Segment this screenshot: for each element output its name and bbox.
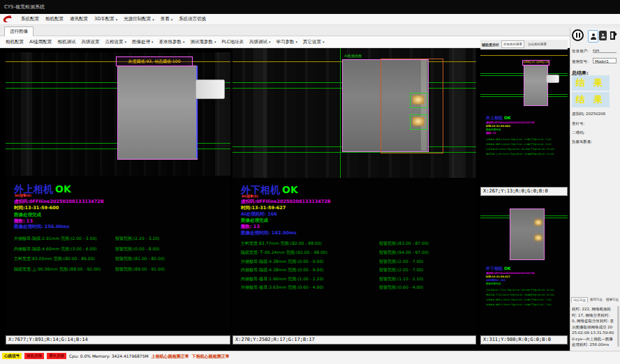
mini-measurement: 外侧极耳-隔膜:2.91mm 范围:(2.00 - 3.50) <box>486 138 530 141</box>
control-panel: 登录用户: cys 使用型号: Model1 总结果: 结 果 结 果 虚拟码:… <box>570 28 620 351</box>
barcode-value: 20250208 <box>586 112 605 116</box>
left-proc-time: 图像处理时间: 256.00ms <box>14 224 70 230</box>
aux-view-top[interactable]: 灰度阈值:93, 动态阈值:100 外上相机OK 虚拟码:0FFIline202… <box>480 50 568 187</box>
pause-icon <box>576 33 577 38</box>
alarm-range: 报警范围:(2.00 - 7.00) <box>379 267 423 273</box>
alarm-range: 报警范围:(81.00 - 85.00) <box>115 256 165 262</box>
user-login-button[interactable] <box>588 30 598 43</box>
machine-column-highlight <box>449 48 466 178</box>
exit-button[interactable] <box>609 30 619 41</box>
mini-time: 时间:13-31-59-627 <box>486 275 510 278</box>
mini-result-title: 外下相机OK <box>486 266 511 272</box>
mini-alarm: 报警范围:(2.00 - 7.00) <box>528 303 552 306</box>
center-camera-image[interactable]: AI检测画面 <box>232 48 476 178</box>
left-barcode: 虚拟码:0FFIline2025020813313472B <box>14 199 104 205</box>
tool-camera-debug[interactable]: 相机调试 <box>57 39 75 45</box>
mini-count: 圈数: 13 <box>486 132 496 135</box>
green-vertical-line <box>340 48 341 178</box>
log-scrollbar[interactable] <box>617 306 619 347</box>
tool-other-settings[interactable]: 其它设置▾ <box>303 39 325 45</box>
tool-advanced-debug[interactable]: 高级调试▾ <box>249 39 271 45</box>
log-tab-tab[interactable]: 极耳日志 <box>589 297 604 303</box>
inspected-part <box>117 66 198 160</box>
yellow-guide-line <box>480 55 568 56</box>
center-camera-panel: AI检测画面 外下相机OK NG报警(0) 虚拟码:0FFIline202502… <box>232 48 476 344</box>
mini-measurement: 内侧极耳-隔膜:4.60mm 范围:(3.00 - 6.00) <box>486 143 530 146</box>
aux-header: 辅助显示区 所有相机观看 当前相机观看 <box>480 40 568 50</box>
tool-baseline-params[interactable]: 基准线参数▾ <box>158 39 184 45</box>
menu-bar: 系统配置 相机配置 通讯配置 3D手配置▾ 光源控制配置▾ 查看▾ 系统语言切换 <box>0 14 620 25</box>
chevron-down-icon: ▾ <box>214 40 216 44</box>
menu-item-comm-config[interactable]: 通讯配置 <box>70 16 88 22</box>
tool-ai-usage-config[interactable]: AI使用配置 <box>29 39 52 45</box>
aux-view-bottom[interactable]: 外下相机OK 虚拟码:0FFIline2025020813313472B 时间:… <box>480 196 568 335</box>
menu-item-camera-config[interactable]: 相机配置 <box>45 16 64 22</box>
left-pixel-coord-bar: X:7677;Y:891;R:14;G:14;B:14 <box>6 335 230 344</box>
tab-highlight-spot <box>535 235 542 241</box>
pause-icon <box>579 33 580 38</box>
mini-barcode: 虚拟码:0FFIline2025020813313472B <box>486 121 534 124</box>
left-ng-text: NG报警(0) <box>15 194 31 197</box>
brand-logo-icon <box>3 15 13 24</box>
tool-plc-address-table[interactable]: PLC地址表 <box>221 39 244 45</box>
tool-advanced-settings[interactable]: 高级设置 <box>81 39 99 45</box>
machine-column-highlight <box>21 52 32 176</box>
exit-door-icon <box>609 30 619 41</box>
mini-measurement: 隔膜宽度-上:90.56mm 范围:(88.00 - 92.00) <box>486 153 532 156</box>
mini-alarm: 报警范围:(89.00 - 91.00) <box>528 153 554 156</box>
user-manage-button[interactable] <box>599 31 607 40</box>
mini-result-title: 外上相机OK <box>486 115 511 121</box>
mini-ai-time: AI处理耗时: 166 <box>486 279 505 282</box>
tab-run-image[interactable]: 运行图像 <box>4 26 34 36</box>
center-time: 时间:13-31-59-627 <box>241 205 286 211</box>
login-user-value[interactable]: cys <box>593 48 617 53</box>
tool-spot-check[interactable]: 点检设置▾ <box>105 39 126 45</box>
measurement-row: 外侧极耳-极耳:3.63mm 范围:(0.60 - 4.00) <box>241 285 324 291</box>
menu-item-language-switch[interactable]: 系统语言切换 <box>179 16 206 22</box>
threshold-overlay-mini: 灰度阈值:93, 动态阈值:100 <box>522 60 549 66</box>
aux-tab-current-camera[interactable]: 当前相机观看 <box>526 41 548 47</box>
aux-top-coord-bar: X:267;Y:13;R:0;G:0;B:0 <box>480 187 568 196</box>
log-tabs: 运行日志 极耳日志 报警日志 <box>571 297 620 303</box>
qr-code-label: 二维码: <box>572 130 584 135</box>
menu-item-3d-hand-config[interactable]: 3D手配置▾ <box>94 16 117 22</box>
mini-barcode: 虚拟码:0FFIline2025020813313472B <box>486 272 534 275</box>
tool-camera-config[interactable]: 相机配置 <box>6 39 24 45</box>
menu-item-system-config[interactable]: 系统配置 <box>21 16 39 22</box>
machine-column-highlight <box>215 52 230 176</box>
window-title: CYS-视觉检测系统 <box>0 0 620 14</box>
tool-test-item-params[interactable]: 测试项参数▾ <box>190 39 216 45</box>
center-barcode: 虚拟码:0FFIline2025020813313472B <box>241 199 331 205</box>
menu-item-light-control[interactable]: 光源控制配置▾ <box>124 16 154 22</box>
upper-camera-heartbeat-text: 上相机心跳检测正常 <box>152 353 189 359</box>
tool-image-processing[interactable]: 图像处理▾ <box>132 39 154 45</box>
login-user-label: 登录用户: <box>572 49 589 54</box>
log-tab-alarm[interactable]: 报警日志 <box>605 297 620 303</box>
aux-bottom-coord-bar: X:311;Y:980;R:0;G:0;B:0 <box>480 335 568 344</box>
reel-number-label: 卷针号: <box>572 121 584 126</box>
measurement-row: 内侧极耳-隔膜:4.38mm 范围:(0.00 - 9.00) <box>241 267 324 273</box>
log-tab-run[interactable]: 运行日志 <box>571 297 588 303</box>
menu-item-view[interactable]: 查看▾ <box>161 16 173 22</box>
user-icon <box>592 33 595 36</box>
chevron-down-icon: ▾ <box>152 17 154 22</box>
model-label: 使用型号: <box>572 59 589 64</box>
mini-alarm: 报警范围:(94.00 - 97.00) <box>528 294 554 296</box>
ok-status: OK <box>55 183 71 195</box>
inspected-part-mini <box>524 65 548 106</box>
tool-learning-params[interactable]: 学习参数▾ <box>276 39 298 45</box>
machine-column-highlight <box>253 48 267 178</box>
center-ai-time: AI处理耗时: 166 <box>241 211 277 218</box>
alarm-range: 报警范围:(0.00 - 8.00) <box>115 246 159 252</box>
alarm-range: 报警范围:(89.00 - 91.00) <box>115 266 165 273</box>
left-done: 图像处理完成 <box>14 212 41 218</box>
pause-button[interactable] <box>572 29 584 41</box>
mini-done: 图像处理完成 <box>486 282 501 285</box>
tab-strip: 运行图像 <box>0 25 620 36</box>
threshold-overlay: 灰度阈值:93, 动态阈值:100 <box>116 56 193 66</box>
model-value[interactable]: Model1 <box>593 58 617 63</box>
left-camera-image[interactable]: 灰度阈值:93, 动态阈值:100 <box>6 52 230 176</box>
aux-tab-all-cameras[interactable]: 所有相机观看 <box>501 40 524 48</box>
log-text: 耗时: 222, 网络检测耗时: 17, 网络分类耗时: 0, 网络提取分区耗时… <box>572 306 614 348</box>
mini-measurement: 隔膜宽度-下:95.24mm 范围:(92.00 - 98.00) <box>486 294 532 296</box>
